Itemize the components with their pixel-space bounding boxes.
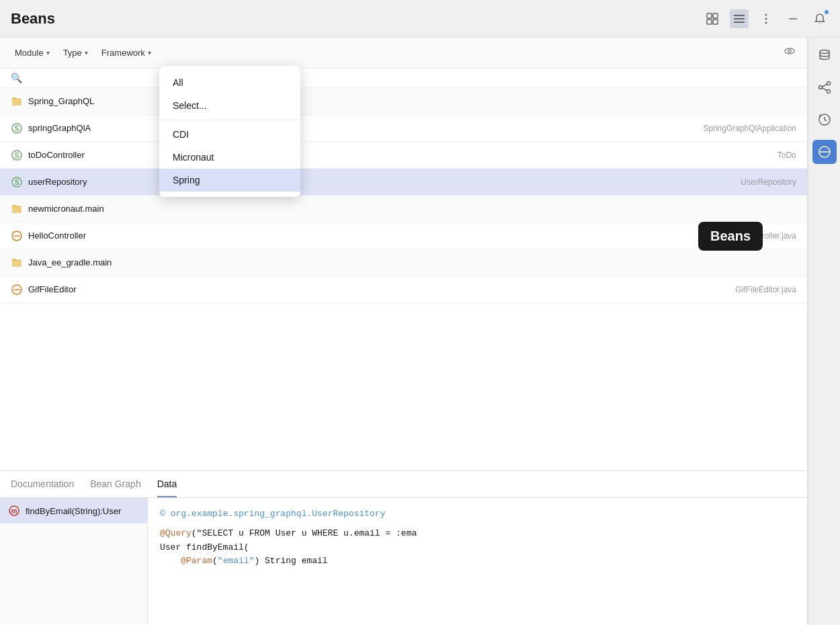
list-item-name: springGraphQlA [28, 123, 703, 133]
framework-option-micronaut[interactable]: Micronaut [159, 146, 300, 169]
svg-point-9 [765, 22, 767, 24]
list-item[interactable]: S userRepository UserRepository [0, 169, 807, 196]
code-text: User findByEmail( [160, 542, 249, 552]
main-content: Module ▾ Type ▾ Framework ▾ 🔍 [0, 38, 840, 625]
svg-point-31 [827, 82, 830, 85]
minimize-icon[interactable] [784, 9, 802, 28]
app-title: Beans [11, 10, 703, 28]
framework-option-all[interactable]: All [159, 71, 300, 94]
framework-option-spring[interactable]: Spring [159, 169, 300, 192]
framework-filter[interactable]: Framework ▾ [97, 45, 155, 60]
blocked-icon [11, 284, 23, 296]
code-text: ( [212, 556, 218, 566]
notification-dot [824, 9, 829, 15]
method-item[interactable]: m findByEmail(String):User [0, 498, 147, 524]
code-view: © org.example.spring_graphql.UserReposit… [148, 498, 807, 625]
svg-point-8 [765, 17, 767, 19]
title-bar-actions [703, 9, 829, 28]
right-sidebar [808, 38, 840, 625]
bean-list: Spring_GraphQL S springGraphQlA SpringGr… [0, 88, 807, 470]
code-class-ref[interactable]: org.example.spring_graphql.UserRepositor… [171, 509, 386, 519]
folder-icon [11, 257, 23, 269]
list-item[interactable]: Java_ee_gradle.main [0, 249, 807, 276]
svg-rect-21 [12, 207, 22, 213]
list-item[interactable]: newmicronaut.main [0, 196, 807, 222]
framework-option-select[interactable]: Select... [159, 94, 300, 117]
database-sidebar-icon[interactable] [812, 43, 837, 67]
svg-text:S: S [15, 179, 19, 186]
code-copyright-icon: © [160, 509, 165, 519]
tab-bean-graph[interactable]: Bean Graph [90, 472, 141, 497]
folder-icon [11, 95, 23, 108]
svg-point-30 [818, 86, 822, 89]
eye-icon[interactable] [783, 44, 796, 61]
tab-data[interactable]: Data [157, 472, 177, 497]
search-icon: 🔍 [11, 73, 22, 83]
svg-point-29 [820, 50, 829, 54]
spring-bean-icon: S [11, 122, 23, 134]
beans-sidebar-icon[interactable] [812, 140, 837, 164]
svg-rect-24 [12, 261, 22, 267]
code-line: User findByEmail( [160, 541, 795, 555]
module-filter[interactable]: Module ▾ [11, 45, 54, 60]
tab-documentation[interactable]: Documentation [11, 472, 74, 497]
code-line: @Query("SELECT u FROM User u WHERE u.ema… [160, 527, 795, 541]
list-item-name: Spring_GraphQL [28, 96, 796, 106]
list-item[interactable]: S springGraphQlA SpringGraphQlApplicatio… [0, 115, 807, 142]
svg-rect-2 [707, 19, 712, 24]
list-item[interactable]: GifFileEditor GifFileEditor.java [0, 276, 807, 303]
code-text: ("SELECT u FROM User u WHERE u.email = :… [192, 528, 417, 538]
code-annotation: @Param [181, 556, 212, 566]
beans-tooltip: Beans [698, 222, 763, 251]
svg-point-7 [765, 13, 767, 15]
list-item-name: userRepository [28, 177, 741, 187]
module-arrow-icon: ▾ [46, 49, 50, 56]
title-bar: Beans [0, 0, 840, 38]
list-item[interactable]: S toDoController ToDo [0, 142, 807, 169]
svg-line-33 [822, 85, 827, 87]
method-icon: m [8, 505, 20, 517]
filter-bar: Module ▾ Type ▾ Framework ▾ [0, 38, 807, 69]
code-string: "email" [218, 556, 255, 566]
list-item-name: Java_ee_gradle.main [28, 257, 796, 267]
list-view-icon[interactable] [730, 9, 749, 28]
notification-icon[interactable] [810, 9, 829, 28]
bottom-tabs: Documentation Bean Graph Data [0, 471, 807, 498]
module-label: Module [15, 48, 44, 58]
left-panel: Module ▾ Type ▾ Framework ▾ 🔍 [0, 38, 808, 625]
svg-rect-3 [713, 19, 718, 24]
spring-bean-icon: S [11, 149, 23, 161]
connect-sidebar-icon[interactable] [812, 75, 837, 99]
svg-text:S: S [15, 125, 19, 132]
method-name: findByEmail(String):User [26, 506, 121, 516]
list-item-qualifier: ToDo [778, 151, 796, 160]
list-item-qualifier: UserRepository [741, 177, 796, 187]
spring-bean-icon: S [11, 176, 23, 188]
list-item-name: HelloController [28, 231, 726, 241]
bottom-panel: Documentation Bean Graph Data m findByEm… [0, 470, 807, 625]
svg-point-12 [785, 48, 794, 54]
bottom-left-panel: m findByEmail(String):User [0, 498, 148, 625]
list-item-name: newmicronaut.main [28, 204, 796, 214]
code-text: ) String email [254, 556, 327, 566]
code-line: @Param("email") String email [160, 554, 795, 569]
framework-dropdown: All Select... CDI Micronaut Spring [159, 66, 300, 197]
list-item-qualifier: GifFileEditor.java [735, 285, 796, 294]
type-filter[interactable]: Type ▾ [59, 45, 92, 60]
history-sidebar-icon[interactable] [812, 108, 837, 132]
list-item[interactable]: Spring_GraphQL [0, 88, 807, 115]
svg-rect-1 [713, 13, 718, 18]
code-annotation: @Query [160, 528, 192, 538]
framework-option-cdi[interactable]: CDI [159, 123, 300, 146]
framework-label: Framework [101, 48, 145, 58]
svg-text:S: S [15, 152, 19, 159]
type-label: Type [63, 48, 82, 58]
svg-line-34 [822, 88, 827, 91]
bottom-content: m findByEmail(String):User © org.example… [0, 498, 807, 625]
search-bar: 🔍 [0, 69, 807, 88]
list-item[interactable]: HelloController HelloController.java [0, 222, 807, 249]
list-item-qualifier: SpringGraphQlApplication [703, 124, 796, 133]
more-options-icon[interactable] [757, 9, 775, 28]
type-arrow-icon: ▾ [85, 49, 88, 56]
layout-icon[interactable] [703, 9, 722, 28]
